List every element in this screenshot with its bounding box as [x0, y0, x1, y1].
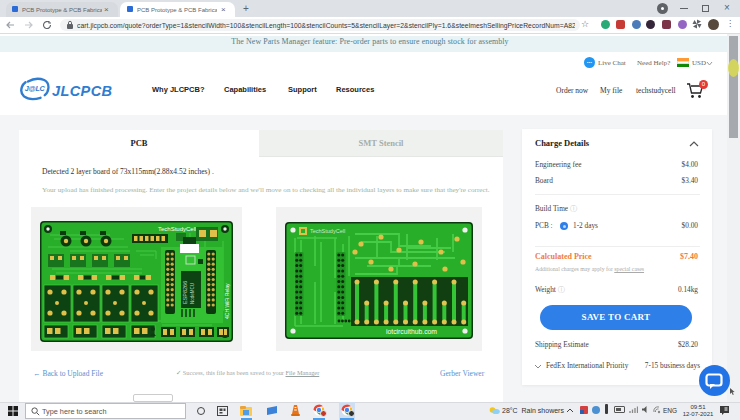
- svg-text:TechStudyCell: TechStudyCell: [310, 228, 345, 234]
- svg-text:J@LC: J@LC: [25, 84, 46, 93]
- svg-text:iotcircuithub.com: iotcircuithub.com: [386, 328, 437, 335]
- svg-text:4CH WiFi Relay: 4CH WiFi Relay: [224, 283, 230, 319]
- svg-text:JLCPCB: JLCPCB: [52, 83, 112, 99]
- svg-text:ESP8266: ESP8266: [182, 281, 188, 304]
- svg-text:NodeMCU: NodeMCU: [190, 283, 195, 304]
- svg-text:TechStudyCell: TechStudyCell: [158, 226, 196, 232]
